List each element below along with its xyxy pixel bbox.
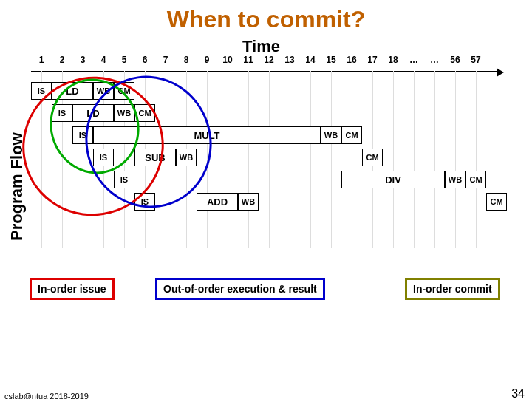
tick-label: 8	[177, 55, 195, 65]
page-number: 34	[511, 387, 525, 399]
tick-label: …	[426, 55, 443, 65]
gridline	[414, 71, 415, 248]
gridline	[352, 71, 352, 248]
tick-label: 4	[95, 55, 112, 65]
footer-credit: cslab@ntua 2018-2019	[4, 392, 89, 399]
gridline	[248, 71, 249, 248]
cell-cm: CM	[486, 193, 507, 211]
tick-label: 6	[136, 55, 154, 65]
tick-label: 1	[33, 55, 50, 65]
slide-title: When to commit?	[0, 6, 532, 33]
tick-label: 12	[260, 55, 278, 65]
cell-add: ADD	[197, 193, 238, 211]
cell-cm: CM	[362, 149, 383, 166]
phase-exec: Out-of-order execution & result	[155, 278, 325, 300]
tick-label: 13	[281, 55, 299, 65]
gridline	[269, 71, 270, 248]
tick-label: 17	[364, 55, 381, 65]
cell-div: DIV	[341, 171, 445, 188]
tick-label: …	[405, 55, 423, 65]
gridline	[455, 71, 456, 248]
gridline	[476, 71, 477, 248]
phase-issue: In-order issue	[30, 278, 115, 300]
tick-label: 11	[239, 55, 257, 65]
time-arrow	[31, 71, 501, 72]
cell-cm: CM	[466, 171, 486, 188]
tick-label: 57	[467, 55, 485, 65]
gridline	[310, 71, 311, 248]
cell-cm: CM	[341, 126, 362, 144]
time-axis-label: Time	[242, 37, 280, 56]
tick-label: 7	[157, 55, 174, 65]
pipeline-chart: Time Program Flow 1234567891011121314151…	[21, 49, 523, 285]
gridline	[393, 71, 394, 248]
tick-label: 16	[343, 55, 361, 65]
tick-label: 10	[219, 55, 236, 65]
tick-label: 18	[384, 55, 402, 65]
tick-label: 9	[198, 55, 216, 65]
tick-label: 3	[74, 55, 92, 65]
tick-label: 2	[53, 55, 71, 65]
tick-label: 5	[115, 55, 133, 65]
gridline	[228, 71, 228, 248]
gridline	[290, 71, 290, 248]
tick-label: 56	[446, 55, 464, 65]
cell-wb: WB	[238, 193, 259, 211]
cell-wb: WB	[445, 171, 466, 188]
tick-label: 15	[322, 55, 340, 65]
gridline	[434, 71, 435, 248]
tick-label: 14	[301, 55, 319, 65]
phase-commit: In-order commit	[405, 278, 500, 300]
cell-wb: WB	[321, 126, 341, 144]
gridline	[331, 71, 332, 248]
